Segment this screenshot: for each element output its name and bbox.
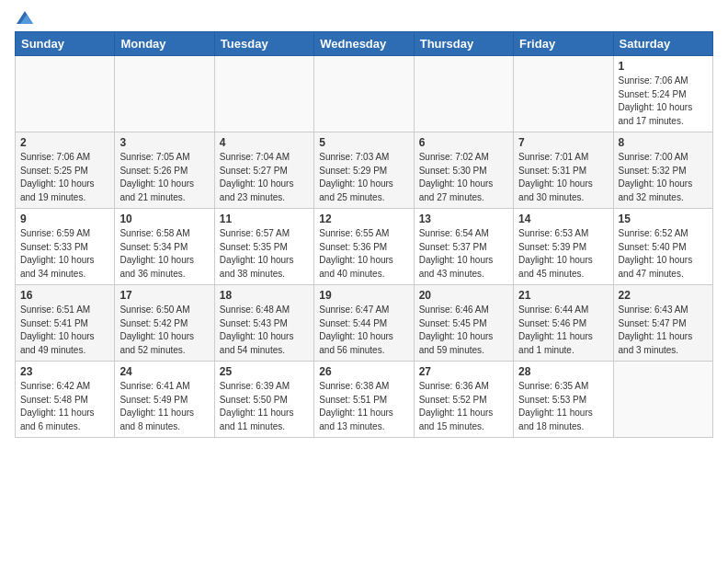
weekday-header-saturday: Saturday [613, 32, 712, 56]
weekday-header-wednesday: Wednesday [314, 32, 414, 56]
day-info: Sunrise: 7:04 AM Sunset: 5:27 PM Dayligh… [220, 151, 309, 204]
calendar-week-row: 1Sunrise: 7:06 AM Sunset: 5:24 PM Daylig… [16, 56, 713, 132]
calendar-cell [16, 56, 115, 132]
day-number: 25 [220, 365, 309, 378]
calendar-table: SundayMondayTuesdayWednesdayThursdayFrid… [15, 31, 713, 438]
day-number: 8 [619, 136, 708, 149]
calendar-cell: 21Sunrise: 6:44 AM Sunset: 5:46 PM Dayli… [514, 285, 613, 362]
calendar-cell: 22Sunrise: 6:43 AM Sunset: 5:47 PM Dayli… [613, 285, 712, 362]
day-number: 9 [20, 213, 109, 225]
day-number: 14 [518, 213, 608, 225]
day-info: Sunrise: 6:44 AM Sunset: 5:46 PM Dayligh… [518, 304, 608, 357]
calendar-cell: 10Sunrise: 6:58 AM Sunset: 5:34 PM Dayli… [115, 209, 214, 285]
calendar-cell [214, 56, 313, 132]
day-info: Sunrise: 7:01 AM Sunset: 5:31 PM Dayligh… [518, 151, 608, 204]
day-number: 13 [419, 213, 508, 225]
day-info: Sunrise: 6:38 AM Sunset: 5:51 PM Dayligh… [319, 380, 408, 433]
page-header [15, 15, 713, 24]
day-info: Sunrise: 6:55 AM Sunset: 5:36 PM Dayligh… [319, 227, 408, 281]
day-number: 7 [518, 136, 608, 149]
calendar-cell: 5Sunrise: 7:03 AM Sunset: 5:29 PM Daylig… [314, 132, 414, 209]
weekday-header-monday: Monday [115, 32, 214, 56]
day-number: 11 [220, 213, 309, 225]
day-info: Sunrise: 7:06 AM Sunset: 5:24 PM Dayligh… [619, 75, 708, 128]
day-info: Sunrise: 7:02 AM Sunset: 5:30 PM Dayligh… [419, 151, 508, 204]
day-info: Sunrise: 6:54 AM Sunset: 5:37 PM Dayligh… [419, 227, 508, 281]
weekday-header-sunday: Sunday [16, 32, 115, 56]
day-number: 22 [619, 289, 708, 302]
calendar-cell: 8Sunrise: 7:00 AM Sunset: 5:32 PM Daylig… [613, 132, 712, 209]
logo-icon [17, 11, 33, 24]
day-info: Sunrise: 6:58 AM Sunset: 5:34 PM Dayligh… [119, 227, 209, 281]
calendar-cell: 14Sunrise: 6:53 AM Sunset: 5:39 PM Dayli… [514, 209, 613, 285]
calendar-cell: 9Sunrise: 6:59 AM Sunset: 5:33 PM Daylig… [16, 209, 115, 285]
calendar-cell: 7Sunrise: 7:01 AM Sunset: 5:31 PM Daylig… [514, 132, 613, 209]
calendar-cell: 4Sunrise: 7:04 AM Sunset: 5:27 PM Daylig… [214, 132, 313, 209]
logo [15, 15, 33, 24]
day-number: 28 [518, 365, 608, 378]
calendar-cell [514, 56, 613, 132]
weekday-header-friday: Friday [514, 32, 613, 56]
weekday-header-thursday: Thursday [414, 32, 513, 56]
calendar-week-row: 16Sunrise: 6:51 AM Sunset: 5:41 PM Dayli… [16, 285, 713, 362]
day-info: Sunrise: 6:59 AM Sunset: 5:33 PM Dayligh… [20, 227, 109, 281]
calendar-cell [414, 56, 513, 132]
calendar-cell: 23Sunrise: 6:42 AM Sunset: 5:48 PM Dayli… [16, 362, 115, 438]
calendar-cell: 27Sunrise: 6:36 AM Sunset: 5:52 PM Dayli… [414, 362, 513, 438]
day-number: 24 [119, 365, 209, 378]
calendar-cell: 19Sunrise: 6:47 AM Sunset: 5:44 PM Dayli… [314, 285, 414, 362]
calendar-cell: 25Sunrise: 6:39 AM Sunset: 5:50 PM Dayli… [214, 362, 313, 438]
day-number: 4 [220, 136, 309, 149]
day-info: Sunrise: 6:52 AM Sunset: 5:40 PM Dayligh… [619, 227, 708, 281]
calendar-cell: 3Sunrise: 7:05 AM Sunset: 5:26 PM Daylig… [115, 132, 214, 209]
calendar-cell: 11Sunrise: 6:57 AM Sunset: 5:35 PM Dayli… [214, 209, 313, 285]
day-info: Sunrise: 6:50 AM Sunset: 5:42 PM Dayligh… [119, 304, 209, 357]
day-number: 20 [419, 289, 508, 302]
weekday-header-tuesday: Tuesday [214, 32, 313, 56]
day-number: 2 [20, 136, 109, 149]
day-info: Sunrise: 6:43 AM Sunset: 5:47 PM Dayligh… [619, 304, 708, 357]
calendar-cell: 12Sunrise: 6:55 AM Sunset: 5:36 PM Dayli… [314, 209, 414, 285]
calendar-cell: 24Sunrise: 6:41 AM Sunset: 5:49 PM Dayli… [115, 362, 214, 438]
day-number: 16 [20, 289, 109, 302]
calendar-week-row: 23Sunrise: 6:42 AM Sunset: 5:48 PM Dayli… [16, 362, 713, 438]
day-number: 17 [119, 289, 209, 302]
day-info: Sunrise: 7:00 AM Sunset: 5:32 PM Dayligh… [619, 151, 708, 204]
calendar-cell: 18Sunrise: 6:48 AM Sunset: 5:43 PM Dayli… [214, 285, 313, 362]
calendar-cell: 6Sunrise: 7:02 AM Sunset: 5:30 PM Daylig… [414, 132, 513, 209]
calendar-cell: 1Sunrise: 7:06 AM Sunset: 5:24 PM Daylig… [613, 56, 712, 132]
calendar-cell [613, 362, 712, 438]
day-number: 5 [319, 136, 408, 149]
day-number: 27 [419, 365, 508, 378]
day-info: Sunrise: 6:35 AM Sunset: 5:53 PM Dayligh… [518, 380, 608, 433]
day-info: Sunrise: 6:39 AM Sunset: 5:50 PM Dayligh… [220, 380, 309, 433]
calendar-week-row: 9Sunrise: 6:59 AM Sunset: 5:33 PM Daylig… [16, 209, 713, 285]
day-number: 3 [119, 136, 209, 149]
day-info: Sunrise: 6:51 AM Sunset: 5:41 PM Dayligh… [20, 304, 109, 357]
day-info: Sunrise: 6:41 AM Sunset: 5:49 PM Dayligh… [119, 380, 209, 433]
calendar-cell: 28Sunrise: 6:35 AM Sunset: 5:53 PM Dayli… [514, 362, 613, 438]
day-number: 15 [619, 213, 708, 225]
calendar-cell [115, 56, 214, 132]
calendar-cell: 20Sunrise: 6:46 AM Sunset: 5:45 PM Dayli… [414, 285, 513, 362]
day-info: Sunrise: 7:03 AM Sunset: 5:29 PM Dayligh… [319, 151, 408, 204]
day-number: 1 [619, 60, 708, 73]
day-info: Sunrise: 6:47 AM Sunset: 5:44 PM Dayligh… [319, 304, 408, 357]
day-number: 26 [319, 365, 408, 378]
day-info: Sunrise: 7:06 AM Sunset: 5:25 PM Dayligh… [20, 151, 109, 204]
day-number: 19 [319, 289, 408, 302]
calendar-cell: 16Sunrise: 6:51 AM Sunset: 5:41 PM Dayli… [16, 285, 115, 362]
day-info: Sunrise: 6:36 AM Sunset: 5:52 PM Dayligh… [419, 380, 508, 433]
day-number: 10 [119, 213, 209, 225]
day-number: 23 [20, 365, 109, 378]
calendar-cell: 17Sunrise: 6:50 AM Sunset: 5:42 PM Dayli… [115, 285, 214, 362]
day-number: 21 [518, 289, 608, 302]
day-info: Sunrise: 6:46 AM Sunset: 5:45 PM Dayligh… [419, 304, 508, 357]
day-number: 12 [319, 213, 408, 225]
day-info: Sunrise: 6:57 AM Sunset: 5:35 PM Dayligh… [220, 227, 309, 281]
day-number: 6 [419, 136, 508, 149]
day-number: 18 [220, 289, 309, 302]
calendar-cell: 2Sunrise: 7:06 AM Sunset: 5:25 PM Daylig… [16, 132, 115, 209]
calendar-cell: 15Sunrise: 6:52 AM Sunset: 5:40 PM Dayli… [613, 209, 712, 285]
calendar-cell [314, 56, 414, 132]
